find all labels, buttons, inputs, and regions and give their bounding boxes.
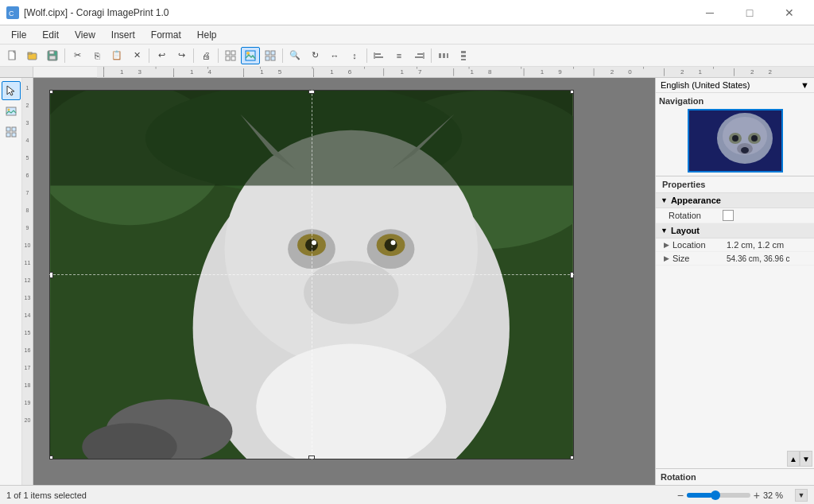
rotation-prop-row: Rotation bbox=[656, 208, 814, 223]
appearance-arrow: ▼ bbox=[661, 196, 668, 204]
zoom-thumb[interactable] bbox=[711, 490, 720, 500]
ruler-area-top: │1 │2 │3 │4 │5 │6 │7 │8 │9 │10 │11 │12 │… bbox=[0, 67, 814, 78]
layout-group-header[interactable]: ▼ Layout bbox=[656, 223, 814, 238]
rotation-label: Rotation bbox=[669, 211, 716, 220]
svg-rect-11 bbox=[231, 51, 235, 55]
right-panel: English (United States) ▼ Navigation bbox=[655, 78, 814, 485]
ruler-top: │1 │2 │3 │4 │5 │6 │7 │8 │9 │10 │11 │12 │… bbox=[97, 67, 814, 78]
nav-thumbnail[interactable] bbox=[688, 109, 783, 173]
left-toolbar bbox=[0, 78, 22, 485]
svg-point-52 bbox=[385, 238, 397, 251]
open-button[interactable] bbox=[23, 47, 42, 64]
select-tool-button[interactable] bbox=[2, 81, 21, 100]
svg-rect-25 bbox=[415, 56, 423, 58]
handle-tr[interactable] bbox=[570, 90, 574, 94]
canvas-area[interactable] bbox=[33, 78, 655, 485]
svg-rect-12 bbox=[226, 56, 230, 60]
delete-button[interactable]: ✕ bbox=[127, 47, 146, 64]
zoom-bar: − + 32 % ▼ bbox=[677, 489, 808, 502]
toolbar-sep-5 bbox=[282, 48, 283, 63]
dist-h-button[interactable] bbox=[434, 47, 453, 64]
cut-button[interactable]: ✂ bbox=[68, 47, 87, 64]
svg-text:C: C bbox=[9, 10, 14, 17]
lang-arrow[interactable]: ▼ bbox=[800, 80, 809, 90]
tiles-tool-button[interactable] bbox=[2, 122, 21, 142]
image-view-button[interactable] bbox=[241, 47, 260, 64]
svg-rect-35 bbox=[6, 127, 10, 131]
align-left-button[interactable] bbox=[370, 47, 389, 64]
handle-tl[interactable] bbox=[49, 90, 53, 94]
copy-button[interactable]: ⎘ bbox=[87, 47, 107, 64]
zoom-dropdown-button[interactable]: ▼ bbox=[795, 489, 808, 502]
image-tool-button[interactable] bbox=[2, 102, 21, 121]
minimize-button[interactable]: ─ bbox=[692, 0, 728, 25]
menu-edit[interactable]: Edit bbox=[34, 28, 67, 42]
paste-button[interactable]: 📋 bbox=[107, 47, 126, 64]
print-button[interactable]: 🖨 bbox=[196, 47, 215, 64]
grid-button[interactable] bbox=[221, 47, 240, 64]
zoom-slider[interactable] bbox=[687, 493, 750, 498]
zoom-plus-button[interactable]: + bbox=[754, 489, 760, 502]
layout-label: Layout bbox=[671, 226, 700, 235]
handle-tc[interactable] bbox=[308, 90, 315, 94]
size-prop-row[interactable]: ▶ Size 54.36 cm, 36.96 c bbox=[656, 252, 814, 266]
handle-ml[interactable] bbox=[49, 272, 53, 278]
svg-rect-6 bbox=[28, 52, 32, 54]
new-button[interactable] bbox=[3, 47, 22, 64]
rotation-section-label: Rotation bbox=[661, 472, 696, 482]
svg-rect-18 bbox=[266, 56, 269, 60]
flip-v-button[interactable]: ↕ bbox=[345, 47, 364, 64]
window-title: [Wolf.cipx] - Coragi ImagePrint 1.0 bbox=[24, 7, 692, 18]
size-label: Size bbox=[673, 254, 720, 263]
language-label: English (United States) bbox=[661, 80, 750, 90]
svg-marker-32 bbox=[7, 86, 14, 95]
tiles-view-button[interactable] bbox=[261, 47, 280, 64]
svg-point-53 bbox=[312, 240, 316, 245]
nav-thumb-wolf-image bbox=[689, 110, 781, 171]
rotation-section: Rotation bbox=[656, 468, 814, 485]
align-center-button[interactable]: ≡ bbox=[390, 47, 409, 64]
appearance-label: Appearance bbox=[671, 196, 721, 205]
svg-point-51 bbox=[305, 238, 318, 251]
flip-h-button[interactable]: ↔ bbox=[325, 47, 344, 64]
redo-button[interactable]: ↪ bbox=[172, 47, 191, 64]
ruler-left: 1234567891011121314151617181920 bbox=[22, 78, 33, 485]
handle-bl[interactable] bbox=[49, 456, 53, 459]
nav-label: Navigation bbox=[659, 96, 811, 106]
svg-rect-30 bbox=[461, 55, 466, 57]
menu-format[interactable]: Format bbox=[143, 28, 189, 42]
titlebar: C [Wolf.cipx] - Coragi ImagePrint 1.0 ─ … bbox=[0, 0, 814, 25]
main-layout: 1234567891011121314151617181920 bbox=[0, 78, 814, 485]
menubar: File Edit View Insert Format Help bbox=[0, 25, 814, 45]
menu-view[interactable]: View bbox=[67, 28, 103, 42]
menu-insert[interactable]: Insert bbox=[103, 28, 143, 42]
zoom-button[interactable]: 🔍 bbox=[285, 47, 304, 64]
panel-scroll-up[interactable]: ▲ bbox=[787, 451, 800, 467]
toolbar-sep-6 bbox=[366, 48, 367, 63]
rotate-button[interactable]: ↻ bbox=[305, 47, 324, 64]
svg-rect-8 bbox=[49, 51, 54, 54]
svg-rect-27 bbox=[443, 53, 445, 58]
svg-rect-21 bbox=[375, 53, 381, 55]
align-right-button[interactable] bbox=[409, 47, 428, 64]
handle-br[interactable] bbox=[570, 456, 574, 459]
handle-bc[interactable] bbox=[308, 456, 315, 459]
toolbar-sep-7 bbox=[431, 48, 432, 63]
panel-scroll-down[interactable]: ▼ bbox=[800, 451, 812, 467]
menu-file[interactable]: File bbox=[3, 28, 34, 42]
rotation-color-box[interactable] bbox=[723, 210, 734, 221]
canvas-image[interactable] bbox=[49, 90, 574, 459]
handle-mr[interactable] bbox=[570, 272, 574, 278]
location-prop-row[interactable]: ▶ Location 1.2 cm, 1.2 cm bbox=[656, 238, 814, 252]
wolf-image-svg bbox=[50, 91, 573, 459]
maximize-button[interactable]: □ bbox=[731, 0, 768, 25]
menu-help[interactable]: Help bbox=[189, 28, 225, 42]
close-button[interactable]: ✕ bbox=[771, 0, 808, 25]
dist-v-button[interactable] bbox=[454, 47, 473, 64]
undo-button[interactable]: ↩ bbox=[152, 47, 171, 64]
zoom-minus-button[interactable]: − bbox=[677, 489, 684, 502]
appearance-group-header[interactable]: ▼ Appearance bbox=[656, 193, 814, 208]
selection-status: 1 of 1 items selected bbox=[6, 490, 87, 500]
save-button[interactable] bbox=[43, 47, 62, 64]
svg-rect-10 bbox=[226, 51, 230, 55]
